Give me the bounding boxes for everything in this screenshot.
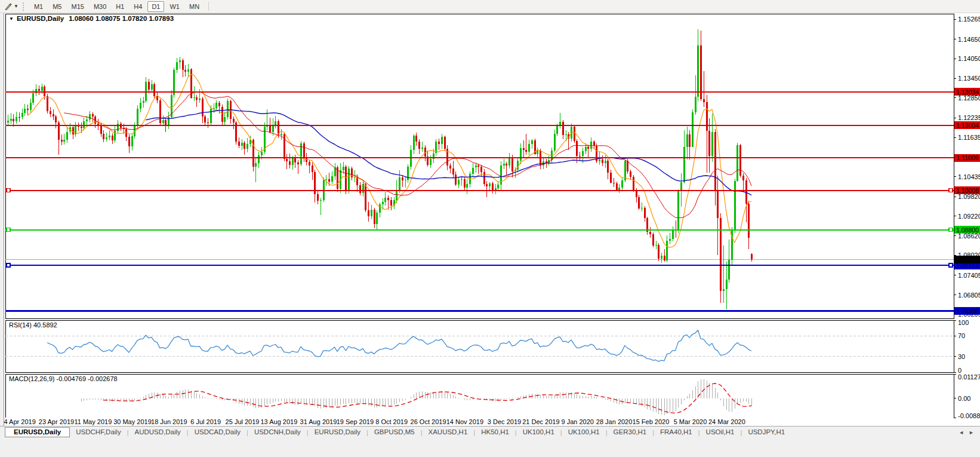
date-label: 9 Jan 2020 xyxy=(562,418,594,425)
date-label: 21 Dec 2019 xyxy=(522,418,559,425)
chart-tab-HK50-H1[interactable]: HK50,H1 xyxy=(475,427,515,437)
chart-tab-EURUSD-Daily[interactable]: EURUSD,Daily xyxy=(5,427,70,437)
chart-tab-UK100-H1[interactable]: UK100,H1 xyxy=(517,427,560,437)
chart-tab-XAUUSD-H1[interactable]: XAUUSD,H1 xyxy=(423,427,474,437)
date-label: 28 Jan 2020 xyxy=(596,418,633,425)
date-label: 25 Jul 2019 xyxy=(226,418,260,425)
rsi-axis-label: 70 xyxy=(958,332,965,339)
chart-title: ▼EURUSD,Daily1.08060 1.08075 1.07820 1.0… xyxy=(9,15,174,22)
price-label-chip: 1.12004 xyxy=(954,121,980,129)
chart-tab-bar: EURUSD,DailyUSDCHF,Daily|AUDUSD,Daily|US… xyxy=(0,426,980,438)
price-label-chip: 1.08800 xyxy=(954,226,980,234)
price-tick-label: 1.10435 xyxy=(958,173,980,180)
date-axis: 4 Apr 201923 Apr 201911 May 201930 May 2… xyxy=(4,418,954,426)
price-tick-label: 1.14050 xyxy=(958,55,980,62)
line-handle[interactable] xyxy=(7,228,10,232)
price-tick-label: 1.11635 xyxy=(958,134,980,141)
draw-tool-icon[interactable] xyxy=(2,2,13,11)
price-tick-label: 1.14650 xyxy=(958,36,980,43)
rsi-axis-label: 30 xyxy=(958,353,965,360)
collapse-arrow-icon[interactable]: ▼ xyxy=(9,16,14,22)
date-label: 31 Aug 2019 xyxy=(300,418,337,425)
timeframe-button-W1[interactable]: W1 xyxy=(165,1,184,12)
draw-tool-dropdown-icon[interactable]: ▼ xyxy=(14,4,19,9)
chart-tab-FRA40-H1[interactable]: FRA40,H1 xyxy=(654,427,698,437)
timeframe-button-M15[interactable]: M15 xyxy=(67,1,88,12)
pencil-icon xyxy=(4,2,13,11)
date-label: 19 Sep 2019 xyxy=(337,418,374,425)
timeframe-button-H4[interactable]: H4 xyxy=(130,1,146,12)
tab-scroll-controls: ◄► xyxy=(959,430,980,435)
date-label: 14 Nov 2019 xyxy=(446,418,483,425)
date-label: 4 Apr 2019 xyxy=(4,418,36,425)
svg-text:1.13034: 1.13034 xyxy=(956,88,979,96)
main-pane xyxy=(6,14,954,319)
timeframe-button-MN[interactable]: MN xyxy=(185,1,204,12)
macd-axis-label: -0.008845 xyxy=(958,412,980,419)
toolbar-separator xyxy=(208,2,209,11)
date-label: 11 May 2019 xyxy=(74,418,112,425)
symbol-period-label: EURUSD,Daily xyxy=(17,15,64,22)
price-label-chip: 1.11009 xyxy=(954,154,980,162)
date-label: 30 May 2019 xyxy=(113,418,152,425)
line-handle[interactable] xyxy=(7,263,10,267)
line-handle[interactable] xyxy=(949,228,953,232)
svg-text:1.06306: 1.06306 xyxy=(956,308,979,315)
timeframe-button-H1[interactable]: H1 xyxy=(112,1,128,12)
price-label-chip: 1.10008 xyxy=(954,186,980,194)
rsi-indicator-label: RSI(14) 40.5892 xyxy=(9,321,57,329)
rsi-value: 40.5892 xyxy=(33,321,57,329)
macd-axis-label: 0.011277 xyxy=(958,373,980,381)
svg-text:1.12004: 1.12004 xyxy=(956,122,979,129)
timeframe-button-M1[interactable]: M1 xyxy=(30,1,47,12)
line-handle[interactable] xyxy=(7,189,10,192)
chart-canvas[interactable]: 1.152651.146501.140501.134501.128501.122… xyxy=(4,13,980,426)
svg-text:1.11009: 1.11009 xyxy=(956,154,978,161)
price-tick-label: 1.12235 xyxy=(958,114,980,121)
rsi-axis-label: 100 xyxy=(958,319,969,326)
ohlc-values: 1.08060 1.08075 1.07820 1.07893 xyxy=(69,15,174,22)
scroll-tabs-left-button[interactable]: ◄ xyxy=(959,430,964,435)
timeframe-button-M30[interactable]: M30 xyxy=(90,1,110,12)
svg-text:1.07893: 1.07893 xyxy=(956,256,979,263)
chart-tab-UK100-H1[interactable]: UK100,H1 xyxy=(562,427,606,437)
macd-values: -0.004769 -0.002678 xyxy=(56,375,117,382)
chart-tab-EURUSD-Daily[interactable]: EURUSD,Daily xyxy=(309,427,366,437)
macd-indicator-label: MACD(12,26,9) -0.004769 -0.002678 xyxy=(9,375,118,382)
macd-pane xyxy=(6,375,954,418)
date-label: 13 Aug 2019 xyxy=(260,418,297,425)
chart-tab-GBPUSD-M5[interactable]: GBPUSD,M5 xyxy=(368,427,421,437)
date-label: 18 Jun 2019 xyxy=(151,418,187,425)
chart-tab-USDJPY-H1[interactable]: USDJPY,H1 xyxy=(742,427,791,437)
chart-tab-GER30-H1[interactable]: GER30,H1 xyxy=(608,427,653,437)
timeframe-toolbar: ▼ M1M5M15M30H1H4D1W1MN xyxy=(0,0,980,13)
scroll-tabs-right-button[interactable]: ► xyxy=(969,430,974,435)
date-label: 8 Oct 2019 xyxy=(375,418,408,425)
toolbar-grip-handle[interactable] xyxy=(23,2,25,11)
svg-text:1.08800: 1.08800 xyxy=(956,226,979,234)
mt4-terminal: { "toolbar":{ "timeframes":["M1","M5","M… xyxy=(0,0,980,457)
chart-tab-AUDUSD-Daily[interactable]: AUDUSD,Daily xyxy=(129,427,187,437)
price-tick-label: 1.09220 xyxy=(958,213,980,220)
macd-axis-label: 0.00 xyxy=(958,395,970,402)
date-label: 15 Feb 2020 xyxy=(633,418,670,425)
timeframe-button-M5[interactable]: M5 xyxy=(48,1,66,12)
price-tick-label: 1.06805 xyxy=(958,292,980,299)
line-handle[interactable] xyxy=(949,263,953,267)
price-tick-label: 1.07405 xyxy=(958,272,980,279)
chart-tab-USDCAD-Daily[interactable]: USDCAD,Daily xyxy=(189,427,246,437)
price-label-chip: 1.13034 xyxy=(954,88,980,96)
date-label: 3 Dec 2019 xyxy=(488,418,521,425)
timeframe-button-D1[interactable]: D1 xyxy=(147,1,164,12)
line-handle[interactable] xyxy=(949,189,953,192)
date-label: 6 Jul 2019 xyxy=(190,418,221,425)
price-axis: 1.152651.146501.140501.134501.128501.122… xyxy=(954,16,980,419)
date-label: 5 Mar 2020 xyxy=(674,418,707,425)
price-tick-label: 1.15265 xyxy=(958,16,980,23)
price-tick-label: 1.13450 xyxy=(958,75,980,82)
chart-tab-USDCHF-Daily[interactable]: USDCHF,Daily xyxy=(70,427,127,437)
chart-tab-USDCNH-Daily[interactable]: USDCNH,Daily xyxy=(248,427,307,437)
chart-window: 1.152651.146501.140501.134501.128501.122… xyxy=(4,13,980,426)
price-label-chip: 1.07893 xyxy=(954,256,980,263)
chart-tab-USOil-H1[interactable]: USOil,H1 xyxy=(700,427,741,437)
